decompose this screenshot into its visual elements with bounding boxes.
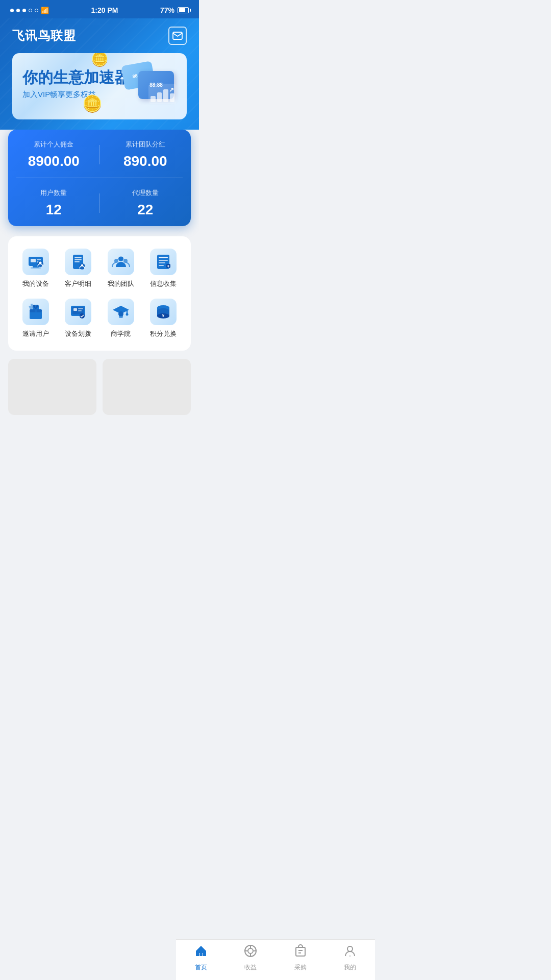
my-device-label: 我的设备 — [22, 279, 49, 288]
my-team-icon-wrap — [108, 249, 134, 275]
placeholder-card-left[interactable] — [8, 359, 96, 415]
menu-item-info-collect[interactable]: ¥ 信息收集 — [144, 249, 183, 288]
svg-rect-29 — [35, 309, 37, 319]
battery-area: 77% — [160, 6, 189, 14]
menu-item-device-assign[interactable]: 设备划拨 — [59, 299, 98, 338]
my-device-icon-wrap — [22, 249, 49, 275]
stats-row-bottom: 用户数量 12 代理数量 22 — [8, 178, 191, 226]
banner-coin-bottom-icon: 🪙 — [82, 94, 103, 113]
app-title: 飞讯鸟联盟 — [12, 28, 76, 44]
svg-rect-10 — [74, 257, 82, 258]
customer-detail-icon-wrap — [65, 249, 91, 275]
svg-rect-32 — [73, 308, 77, 311]
team-dividend-value: 890.00 — [105, 153, 186, 169]
personal-commission-value: 8900.00 — [13, 153, 94, 169]
personal-commission-label: 累计个人佣金 — [13, 140, 94, 149]
stats-agent-count: 代理数量 22 — [100, 188, 191, 218]
menu-item-my-team[interactable]: 我的团队 — [102, 249, 140, 288]
svg-point-38 — [118, 311, 123, 316]
svg-rect-33 — [78, 308, 83, 309]
status-time: 1:20 PM — [91, 6, 118, 14]
menu-item-business-school[interactable]: 商学院 — [102, 299, 140, 338]
svg-point-40 — [126, 313, 128, 316]
device-assign-label: 设备划拨 — [65, 329, 91, 338]
device-assign-icon-wrap — [65, 299, 91, 325]
svg-rect-21 — [159, 260, 168, 261]
signal-area: 📶 — [10, 7, 49, 14]
svg-rect-18 — [119, 256, 122, 257]
agent-count-value: 22 — [105, 202, 186, 218]
svg-rect-11 — [74, 259, 82, 260]
points-exchange-icon-wrap: ¥ — [150, 299, 177, 325]
menu-item-invite-user[interactable]: 邀请用户 — [16, 299, 55, 338]
points-exchange-label: 积分兑换 — [150, 329, 177, 338]
agent-count-label: 代理数量 — [105, 188, 186, 198]
stats-card: 累计个人佣金 8900.00 累计团队分红 890.00 用户数量 12 代理数… — [8, 130, 191, 226]
team-dividend-label: 累计团队分红 — [105, 140, 186, 149]
info-collect-label: 信息收集 — [150, 279, 177, 288]
menu-item-points-exchange[interactable]: ¥ 积分兑换 — [144, 299, 183, 338]
svg-rect-22 — [159, 262, 165, 263]
svg-rect-34 — [78, 310, 82, 311]
menu-grid: 我的设备 客户明细 — [16, 249, 183, 338]
header: 飞讯鸟联盟 🪙 你的生意加速器 加入VIP畅享更多权益 🪙 88:88 88:8… — [0, 18, 199, 130]
banner-coin-top-icon: 🪙 — [91, 53, 109, 67]
invite-user-icon-wrap — [22, 299, 49, 325]
signal-dot-4 — [29, 9, 32, 12]
invite-user-label: 邀请用户 — [22, 329, 49, 338]
business-school-label: 商学院 — [111, 329, 131, 338]
business-school-icon-wrap — [108, 299, 134, 325]
svg-rect-20 — [159, 257, 168, 258]
stats-team-dividend: 累计团队分红 890.00 — [100, 140, 191, 169]
svg-rect-3 — [37, 259, 41, 260]
stats-row-top: 累计个人佣金 8900.00 累计团队分红 890.00 — [8, 130, 191, 178]
chart-mini-icon: ↗ — [148, 84, 177, 104]
banner-visual: 88:88 88:88 ↗ — [110, 58, 182, 114]
svg-rect-12 — [74, 261, 80, 262]
stats-user-count: 用户数量 12 — [8, 188, 99, 218]
menu-item-my-device[interactable]: 我的设备 — [16, 249, 55, 288]
battery-percent: 77% — [160, 6, 174, 14]
user-count-label: 用户数量 — [13, 188, 94, 198]
cards-row — [8, 359, 191, 415]
svg-text:¥: ¥ — [162, 313, 165, 318]
info-collect-icon-wrap: ¥ — [150, 249, 177, 275]
svg-rect-23 — [159, 265, 164, 266]
battery-icon — [178, 7, 189, 13]
signal-dot-5 — [35, 9, 38, 12]
status-bar: 📶 1:20 PM 77% — [0, 0, 199, 18]
vip-banner[interactable]: 🪙 你的生意加速器 加入VIP畅享更多权益 🪙 88:88 88:88 ↗ — [12, 53, 187, 119]
svg-rect-6 — [31, 267, 41, 268]
signal-dot-2 — [16, 9, 20, 12]
my-team-label: 我的团队 — [108, 279, 134, 288]
menu-section: 我的设备 客户明细 — [8, 236, 191, 351]
placeholder-card-right[interactable] — [103, 359, 191, 415]
signal-dot-3 — [22, 9, 26, 12]
stats-personal-commission: 累计个人佣金 8900.00 — [8, 140, 99, 169]
wifi-icon: 📶 — [41, 7, 49, 14]
menu-item-customer-detail[interactable]: 客户明细 — [59, 249, 98, 288]
svg-text:¥: ¥ — [167, 264, 169, 268]
mail-button[interactable] — [168, 27, 187, 45]
user-count-value: 12 — [13, 202, 94, 218]
svg-rect-2 — [31, 259, 36, 262]
customer-detail-label: 客户明细 — [65, 279, 91, 288]
signal-dot-1 — [10, 9, 14, 12]
